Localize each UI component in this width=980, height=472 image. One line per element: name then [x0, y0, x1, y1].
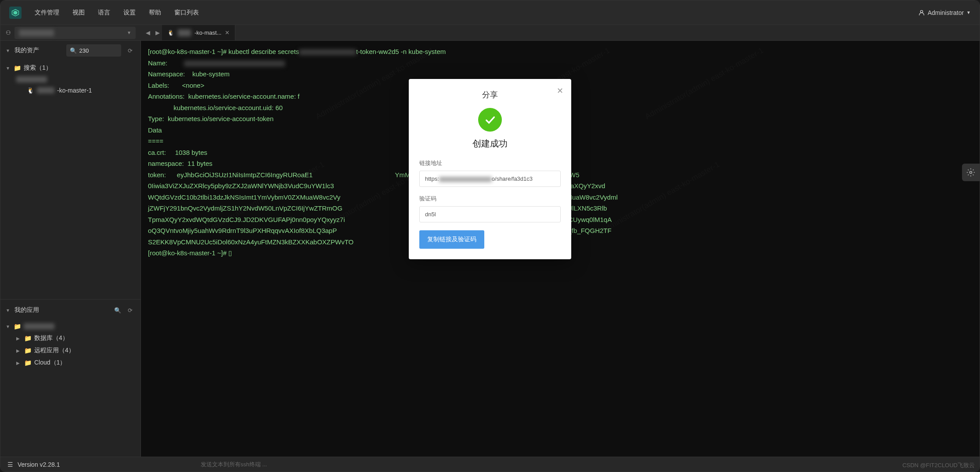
menu-window-list[interactable]: 窗口列表: [174, 9, 199, 17]
code-label: 验证码: [419, 195, 561, 203]
user-icon: [918, 9, 925, 16]
main-menu: 文件管理 视图 语言 设置 帮助 窗口列表: [35, 9, 199, 17]
caret-down-icon: ▼: [6, 66, 11, 71]
host-prefix-redacted: [37, 87, 54, 93]
assets-title: 我的资产: [14, 46, 63, 54]
tab-prefix-redacted: [178, 29, 191, 36]
chevron-down-icon: ▼: [966, 10, 971, 15]
menu-file[interactable]: 文件管理: [35, 9, 59, 17]
linux-icon: 🐧: [27, 87, 34, 94]
sidebar: ▼ 我的资产 🔍 ⟳ ▼ 📁 搜索（1） 🐧: [0, 41, 141, 457]
user-menu[interactable]: Administrator ▼: [918, 9, 971, 16]
folder-icon: 📁: [24, 359, 32, 366]
apps-search-icon[interactable]: 🔍: [112, 305, 123, 315]
menu-help[interactable]: 帮助: [149, 9, 161, 17]
svg-point-2: [920, 10, 922, 12]
svg-point-3: [970, 172, 972, 174]
folder-icon: 📁: [14, 323, 21, 330]
titlebar: 文件管理 视图 语言 设置 帮助 窗口列表 Administrator ▼: [0, 0, 980, 25]
version-label: Version v2.28.1: [18, 461, 60, 468]
tab-label: -ko-mast...: [195, 29, 221, 36]
assets-refresh[interactable]: ⟳: [125, 45, 135, 56]
db-label: 数据库（4）: [34, 334, 68, 342]
nav-back[interactable]: ◀: [144, 29, 152, 37]
caret-down-icon: ▼: [6, 324, 11, 329]
linux-icon: 🐧: [167, 29, 174, 36]
folder-icon: 📁: [14, 64, 21, 72]
menu-language[interactable]: 语言: [98, 9, 110, 17]
search-icon: 🔍: [70, 47, 77, 54]
folder-icon: 📁: [24, 335, 32, 342]
search-group-label: 搜索（1）: [24, 64, 52, 72]
chevron-down-icon: ▼: [127, 30, 131, 35]
menu-view[interactable]: 视图: [72, 9, 85, 17]
app-root-node[interactable]: ▼ 📁: [0, 321, 141, 332]
assets-search-input[interactable]: [79, 47, 118, 54]
success-check-icon: [478, 108, 502, 132]
list-icon[interactable]: ☰: [7, 461, 13, 468]
group-node-redacted[interactable]: [0, 74, 141, 85]
subheader: ⚇ ▼ ◀ ▶ 🐧 -ko-mast... ✕: [0, 25, 980, 41]
apps-refresh[interactable]: ⟳: [125, 305, 135, 315]
host-label: -ko-master-1: [57, 87, 92, 94]
verify-code-field[interactable]: [419, 206, 561, 222]
assets-caret-icon[interactable]: ▼: [6, 48, 11, 53]
menu-settings[interactable]: 设置: [123, 9, 136, 17]
share-url-field[interactable]: https:o/share/fa3d1c3: [419, 171, 561, 187]
apps-title: 我的应用: [14, 306, 109, 314]
org-name-redacted: [19, 29, 54, 36]
url-redacted: [439, 177, 492, 182]
share-modal: 分享 ✕ 创建成功 链接地址 https:o/share/fa3d1c3 验证码…: [409, 79, 571, 259]
terminal-settings-button[interactable]: [962, 164, 980, 181]
cloud-node[interactable]: ▶ 📁 Cloud（1）: [0, 357, 141, 369]
gear-icon: [966, 168, 975, 177]
remote-node[interactable]: ▶ 📁 远程应用（4）: [0, 344, 141, 357]
nav-forward[interactable]: ▶: [153, 29, 162, 37]
group-label-redacted: [16, 76, 47, 82]
db-node[interactable]: ▶ 📁 数据库（4）: [0, 332, 141, 344]
csdn-watermark: CSDN @FIT2CLOUD飞致云: [902, 461, 975, 469]
success-message: 创建成功: [419, 138, 561, 150]
url-label: 链接地址: [419, 159, 561, 167]
assets-search[interactable]: 🔍: [66, 44, 122, 57]
broadcast-hint[interactable]: 发送文本到所有ssh终端 ...: [201, 461, 267, 468]
org-tree-icon[interactable]: ⚇: [6, 29, 11, 36]
org-selector[interactable]: ▼: [14, 27, 136, 39]
copy-link-button[interactable]: 复制链接及验证码: [419, 230, 484, 249]
modal-close-button[interactable]: ✕: [557, 87, 563, 95]
remote-label: 远程应用（4）: [34, 347, 75, 354]
tab-close-icon[interactable]: ✕: [225, 29, 230, 36]
search-group-node[interactable]: ▼ 📁 搜索（1）: [0, 62, 141, 74]
apps-caret-icon[interactable]: ▼: [6, 308, 11, 313]
tab-terminal[interactable]: 🐧 -ko-mast... ✕: [162, 25, 235, 40]
svg-marker-1: [14, 11, 18, 14]
caret-right-icon: ▶: [16, 361, 22, 365]
host-node[interactable]: 🐧 -ko-master-1: [0, 85, 141, 96]
caret-right-icon: ▶: [16, 348, 22, 353]
caret-right-icon: ▶: [16, 336, 22, 341]
folder-icon: 📁: [24, 347, 32, 354]
modal-title: 分享: [419, 89, 561, 100]
app-root-redacted: [24, 323, 54, 329]
status-bar: ☰ Version v2.28.1 发送文本到所有ssh终端 ...: [0, 457, 980, 472]
cloud-label: Cloud（1）: [34, 359, 66, 367]
user-name: Administrator: [928, 9, 964, 16]
app-logo: [9, 7, 22, 19]
